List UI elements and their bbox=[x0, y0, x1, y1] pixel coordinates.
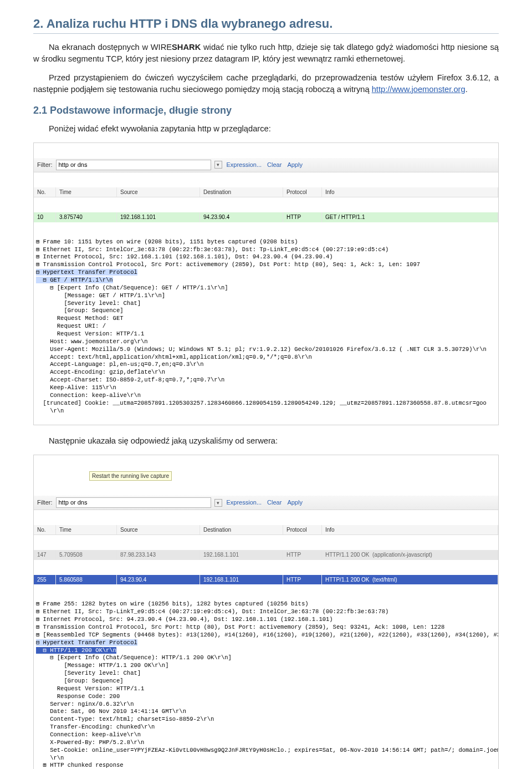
col-proto: Protocol bbox=[283, 187, 322, 197]
filter-input[interactable] bbox=[56, 160, 211, 170]
heading-1: 2. Analiza ruchu HTTP i DNS dla wybraneg… bbox=[33, 17, 499, 34]
dropdown-icon[interactable]: ▾ bbox=[214, 499, 222, 507]
wireshark-screenshot-response: Restart the running live capture Filter:… bbox=[33, 455, 499, 769]
text: Na ekranach dostępnych w WIRE bbox=[49, 43, 172, 52]
detail-rest: Host: www.joemonster.org\r\n User-Agent:… bbox=[36, 338, 487, 414]
cell-info: HTTP/1.1 200 OK (text/html) bbox=[322, 575, 498, 585]
paragraph-before-ws1: Poniżej widać efekt wywołania zapytania … bbox=[33, 123, 499, 135]
heading-2: 2.1 Podstawowe informacje, długie strony bbox=[33, 105, 499, 116]
col-dst: Destination bbox=[200, 187, 283, 197]
detail-expert: ⊟ [Expert Info (Chat/Sequence): HTTP/1.1… bbox=[36, 654, 232, 699]
col-no: No. bbox=[34, 525, 56, 535]
detail-rest: Server: nginx/0.6.32\r\n Date: Sat, 06 N… bbox=[36, 701, 499, 769]
wireshark-screenshot-request: Filter: ▾ Expression... Clear Apply No. … bbox=[33, 142, 499, 425]
wireshark-toolbar: Filter: ▾ Expression... Clear Apply bbox=[34, 158, 498, 172]
col-time: Time bbox=[56, 187, 117, 197]
cell-src: 192.168.1.101 bbox=[117, 212, 200, 222]
cell-time: 5.860588 bbox=[56, 575, 117, 585]
packet-row[interactable]: 147 5.709508 87.98.233.143 192.168.1.101… bbox=[34, 550, 498, 560]
cell-dst: 192.168.1.101 bbox=[200, 550, 283, 560]
cell-time: 3.875740 bbox=[56, 212, 117, 222]
detail-expert: ⊟ [Expert Info (Chat/Sequence): GET / HT… bbox=[36, 284, 228, 337]
paragraph-setup: Przed przystąpieniem do ćwiczeń wyczyści… bbox=[33, 72, 499, 95]
filter-label: Filter: bbox=[37, 161, 53, 169]
cell-no: 10 bbox=[34, 212, 56, 222]
cell-info: GET / HTTP/1.1 bbox=[322, 212, 498, 222]
col-src: Source bbox=[117, 187, 200, 197]
text: . bbox=[466, 85, 468, 94]
packet-details: ⊞ Frame 10: 1151 bytes on wire (9208 bit… bbox=[34, 237, 498, 417]
detail-ok-line: ⊟ HTTP/1.1 200 OK\r\n bbox=[36, 647, 116, 654]
col-dst: Destination bbox=[200, 525, 283, 535]
cell-proto: HTTP bbox=[283, 550, 322, 560]
apply-button[interactable]: Apply bbox=[286, 160, 304, 170]
col-src: Source bbox=[117, 525, 200, 535]
packet-row-selected[interactable]: 255 5.860588 94.23.90.4 192.168.1.101 HT… bbox=[34, 575, 498, 585]
detail-hypertext: ⊟ Hypertext Transfer Protocol bbox=[36, 639, 137, 646]
clear-button[interactable]: Clear bbox=[266, 160, 283, 170]
tooltip: Restart the running live capture bbox=[89, 471, 172, 481]
expression-button[interactable]: Expression... bbox=[226, 160, 263, 170]
detail-lines: ⊞ Frame 10: 1151 bytes on wire (9208 bit… bbox=[36, 238, 420, 268]
cell-no: 147 bbox=[34, 550, 56, 560]
text-bold: SHARK bbox=[172, 43, 201, 52]
filter-input[interactable] bbox=[56, 497, 211, 508]
expression-button[interactable]: Expression... bbox=[226, 498, 263, 507]
col-time: Time bbox=[56, 525, 117, 535]
dropdown-icon[interactable]: ▾ bbox=[214, 161, 222, 169]
cell-src: 87.98.233.143 bbox=[117, 550, 200, 560]
packet-details: ⊞ Frame 255: 1282 bytes on wire (10256 b… bbox=[34, 599, 498, 769]
packet-row[interactable]: 10 3.875740 192.168.1.101 94.23.90.4 HTT… bbox=[34, 212, 498, 222]
cell-no: 255 bbox=[34, 575, 56, 585]
col-info: Info bbox=[322, 525, 498, 535]
paragraph-before-ws2: Następnie ukazała się odpowiedź jaką uzy… bbox=[33, 435, 499, 447]
cell-proto: HTTP bbox=[283, 575, 322, 585]
col-info: Info bbox=[322, 187, 498, 197]
cell-dst: 192.168.1.101 bbox=[200, 575, 283, 585]
cell-info: HTTP/1.1 200 OK (application/x-javascrip… bbox=[322, 550, 498, 560]
col-proto: Protocol bbox=[283, 525, 322, 535]
apply-button[interactable]: Apply bbox=[286, 498, 304, 507]
cell-proto: HTTP bbox=[283, 212, 322, 222]
filter-label: Filter: bbox=[37, 498, 53, 507]
packet-list-header: No. Time Source Destination Protocol Inf… bbox=[34, 525, 498, 536]
detail-hypertext: ⊟ Hypertext Transfer Protocol bbox=[36, 269, 137, 276]
link-joemonster[interactable]: http://www.joemonster.org bbox=[372, 85, 466, 94]
clear-button[interactable]: Clear bbox=[266, 498, 283, 507]
packet-list-header: No. Time Source Destination Protocol Inf… bbox=[34, 187, 498, 198]
cell-time: 5.709508 bbox=[56, 550, 117, 560]
cell-dst: 94.23.90.4 bbox=[200, 212, 283, 222]
cell-src: 94.23.90.4 bbox=[117, 575, 200, 585]
detail-get-line: ⊟ GET / HTTP/1.1\r\n bbox=[36, 277, 113, 283]
paragraph-intro: Na ekranach dostępnych w WIRESHARK widać… bbox=[33, 42, 499, 64]
wireshark-toolbar: Filter: ▾ Expression... Clear Apply bbox=[34, 496, 498, 510]
detail-lines: ⊞ Frame 255: 1282 bytes on wire (10256 b… bbox=[36, 600, 499, 638]
col-no: No. bbox=[34, 187, 56, 197]
